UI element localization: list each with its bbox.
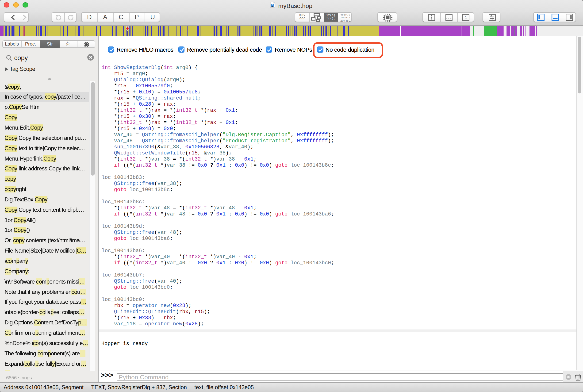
svg-text:1: 1 <box>465 15 467 20</box>
